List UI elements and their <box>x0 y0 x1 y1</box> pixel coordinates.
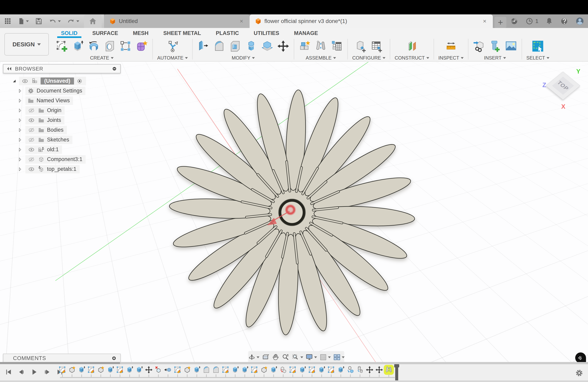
timeline-feature-move[interactable] <box>366 366 374 377</box>
configuration-table-tool-icon[interactable] <box>371 40 383 52</box>
tree-collapsed-icon[interactable] <box>17 98 22 103</box>
eye-off-icon[interactable] <box>27 156 35 163</box>
timeline-feature-copy[interactable] <box>279 366 287 377</box>
hole-tool-icon[interactable] <box>104 40 116 52</box>
view-cube-face[interactable]: TOP <box>546 72 580 100</box>
ribbon-group-label[interactable]: SELECT <box>526 55 549 61</box>
data-panel-home-tab[interactable] <box>84 14 102 28</box>
browser-row-named-views[interactable]: Named Views <box>3 96 121 105</box>
revolve-tool-icon[interactable] <box>88 40 100 52</box>
ribbon-group-label[interactable]: CONFIGURE <box>352 55 385 61</box>
joint-tool-icon[interactable] <box>315 40 327 52</box>
bom-tool-icon[interactable] <box>331 40 343 52</box>
comments-bar[interactable]: COMMENTS <box>3 354 121 363</box>
timeline-playhead[interactable] <box>395 364 398 382</box>
eye-off-icon[interactable] <box>27 127 35 134</box>
eye-off-icon[interactable] <box>27 136 35 143</box>
automate-tool-icon[interactable] <box>167 40 179 52</box>
timeline-feature-sketch[interactable] <box>174 366 182 377</box>
new-document-tab-button[interactable]: + <box>494 17 506 28</box>
eye-icon[interactable] <box>27 146 35 153</box>
undo-button[interactable] <box>48 17 61 25</box>
ribbon-group-label[interactable]: CREATE <box>90 55 114 61</box>
file-menu-button[interactable] <box>18 17 29 25</box>
add-comment-icon[interactable] <box>111 355 117 361</box>
browser-row-top-petals-1[interactable]: top_petals:1 <box>3 164 121 174</box>
timeline-feature-sketch[interactable] <box>87 366 95 377</box>
split-body-tool-icon[interactable] <box>261 40 273 52</box>
timeline-feature-extrude[interactable] <box>126 366 134 377</box>
extrude-tool-icon[interactable] <box>72 40 84 52</box>
ribbon-group-label[interactable]: AUTOMATE <box>157 55 188 61</box>
timeline-feature-move[interactable] <box>145 366 153 377</box>
document-tab[interactable]: flower official spinner v3 done*(1)× <box>250 14 493 28</box>
timeline-feature-extrude[interactable] <box>231 366 239 377</box>
tree-collapsed-icon[interactable] <box>17 128 22 133</box>
select-tool-icon[interactable] <box>532 40 544 52</box>
timeline-feature-sketch[interactable] <box>58 366 66 377</box>
view-cube[interactable]: TOP Y Z X <box>542 68 582 110</box>
timeline-feature-component[interactable] <box>260 366 268 377</box>
orbit-button[interactable] <box>248 353 259 361</box>
tree-collapsed-icon[interactable] <box>17 108 22 113</box>
ribbon-group-label[interactable]: CONSTRUCT <box>395 55 429 61</box>
timeline-feature-extrude[interactable] <box>135 366 143 377</box>
timeline-feature-component[interactable] <box>68 366 76 377</box>
timeline-feature-fillet[interactable] <box>202 366 210 377</box>
close-tab-icon[interactable]: × <box>482 18 488 25</box>
insert-derive-tool-icon[interactable] <box>473 40 485 52</box>
workspace-switcher[interactable]: DESIGN <box>4 33 49 56</box>
timeline-feature-sketch[interactable] <box>289 366 297 377</box>
timeline-feature-extrude[interactable] <box>78 366 85 377</box>
create-sketch-tool-icon[interactable] <box>56 40 68 52</box>
timeline-settings-gear-icon[interactable] <box>575 369 584 377</box>
timeline-feature-move[interactable] <box>375 366 383 377</box>
timeline-feature-sketch[interactable] <box>251 366 258 377</box>
grid-display-button[interactable] <box>319 353 331 361</box>
timeline-feature-extrude[interactable] <box>298 366 306 377</box>
ribbon-tab-solid[interactable]: SOLID <box>54 28 85 38</box>
press-pull-tool-icon[interactable] <box>197 40 210 52</box>
pattern-tool-icon[interactable] <box>120 40 132 52</box>
combine-tool-icon[interactable] <box>245 40 257 52</box>
timeline-scrollbar[interactable] <box>0 362 588 364</box>
job-status-button[interactable]: 1 <box>525 17 538 25</box>
close-tab-icon[interactable]: × <box>238 18 244 25</box>
extensions-icon[interactable] <box>510 17 518 25</box>
redo-button[interactable] <box>67 17 79 25</box>
browser-row-old-1[interactable]: old:1 <box>3 145 121 154</box>
help-icon[interactable] <box>560 17 568 25</box>
activate-component-radio[interactable] <box>76 78 83 84</box>
timeline-feature-sketch[interactable] <box>116 366 124 377</box>
timeline-feature-reverse[interactable] <box>164 366 172 377</box>
ribbon-group-label[interactable]: MODIFY <box>231 55 255 61</box>
insert-fastener-tool-icon[interactable] <box>489 40 501 52</box>
construction-plane-tool-icon[interactable] <box>406 40 418 52</box>
app-grid-button[interactable] <box>4 17 12 25</box>
fillet-tool-icon[interactable] <box>213 40 225 52</box>
shell-tool-icon[interactable] <box>229 40 241 52</box>
window-zoom-button[interactable] <box>292 353 303 361</box>
tree-collapsed-icon[interactable] <box>17 137 22 142</box>
ribbon-group-label[interactable]: INSPECT <box>438 55 463 61</box>
timeline-feature-extrude[interactable] <box>193 366 201 377</box>
timeline-feature-paste[interactable] <box>346 366 354 377</box>
timeline-feature-extrude[interactable] <box>106 366 114 377</box>
eye-icon[interactable] <box>27 166 35 173</box>
tree-collapsed-icon[interactable] <box>17 88 22 94</box>
ribbon-tab-plastic[interactable]: PLASTIC <box>209 28 246 38</box>
play-button[interactable] <box>31 369 38 375</box>
pan-button[interactable] <box>272 353 279 361</box>
display-settings-button[interactable] <box>306 353 317 361</box>
measure-tool-icon[interactable] <box>445 40 457 52</box>
timeline-feature-paste-bodies[interactable] <box>356 366 364 377</box>
ribbon-tab-manage[interactable]: MANAGE <box>287 28 325 38</box>
browser-row-joints[interactable]: Joints <box>3 115 121 125</box>
timeline-feature-component[interactable] <box>183 366 191 377</box>
form-tool-icon[interactable] <box>136 40 148 52</box>
ribbon-tab-utilities[interactable]: UTILITIES <box>246 28 287 38</box>
ribbon-tab-mesh[interactable]: MESH <box>126 28 156 38</box>
viewports-button[interactable] <box>333 353 345 361</box>
avatar[interactable] <box>575 17 584 26</box>
timeline-feature-component[interactable] <box>97 366 105 377</box>
